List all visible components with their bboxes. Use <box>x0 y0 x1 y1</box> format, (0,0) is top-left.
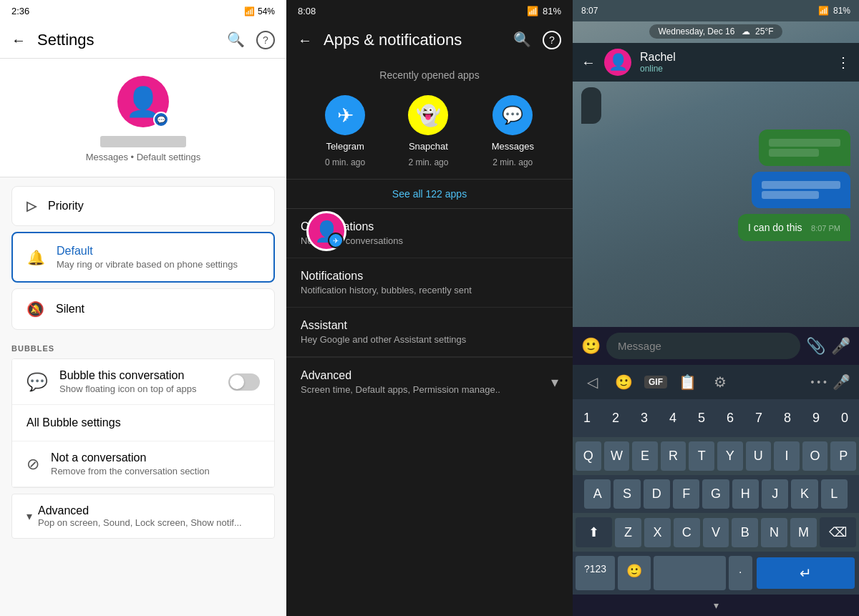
kb-back-btn[interactable]: ◁ <box>581 371 603 393</box>
key-5[interactable]: 5 <box>687 406 716 430</box>
shift-key[interactable]: ⬆ <box>576 517 612 547</box>
help-icon-2[interactable]: ? <box>543 31 561 49</box>
back-icon-1[interactable]: ← <box>11 32 26 49</box>
chat-bg: Wednesday, Dec 16 ☁ 25°F ← 👤 Rachel onli… <box>573 21 859 365</box>
key-0[interactable]: 0 <box>830 406 859 430</box>
profile-name-blur <box>100 136 186 147</box>
enter-key[interactable]: ↵ <box>757 557 855 589</box>
key-1[interactable]: 1 <box>573 406 601 430</box>
key-l[interactable]: L <box>821 479 848 509</box>
search-icon-2[interactable]: 🔍 <box>513 31 531 49</box>
key-x[interactable]: X <box>644 518 671 547</box>
chat-back-icon[interactable]: ← <box>581 54 596 71</box>
key-u[interactable]: U <box>746 441 772 471</box>
kb-emoji-btn[interactable]: 🙂 <box>609 371 639 393</box>
messages-time: 2 min. ago <box>492 157 533 167</box>
blur-5 <box>762 181 840 189</box>
period-key[interactable]: . <box>729 556 752 590</box>
messages-icon: 💬 <box>492 95 533 135</box>
key-9[interactable]: 9 <box>802 406 830 430</box>
key-6[interactable]: 6 <box>716 406 744 430</box>
backspace-key[interactable]: ⌫ <box>820 517 856 547</box>
key-z[interactable]: Z <box>615 518 641 547</box>
help-icon-1[interactable]: ? <box>256 31 275 49</box>
key-y[interactable]: Y <box>717 441 743 471</box>
key-7[interactable]: 7 <box>744 406 773 430</box>
key-i[interactable]: I <box>774 441 800 471</box>
all-bubble-settings-item[interactable]: All Bubble settings <box>12 405 274 441</box>
mic-icon[interactable]: 🎤 <box>831 337 850 356</box>
telegram-time: 0 min. ago <box>325 157 365 167</box>
key-s[interactable]: S <box>613 479 640 509</box>
bubble-conversation-item[interactable]: 💬 Bubble this conversation Show floating… <box>12 359 274 405</box>
blur-6 <box>762 191 819 199</box>
key-c[interactable]: C <box>674 518 700 547</box>
key-q[interactable]: Q <box>576 441 601 471</box>
key-j[interactable]: J <box>762 479 788 509</box>
toolbar-actions-1: 🔍 ? <box>227 31 275 49</box>
search-icon-1[interactable]: 🔍 <box>227 31 245 49</box>
see-all-apps-button[interactable]: See all 122 apps <box>286 179 573 209</box>
key-e[interactable]: E <box>632 441 658 471</box>
key-n[interactable]: N <box>761 518 787 547</box>
bubbles-section-label: BUBBLES <box>11 336 275 358</box>
kb-mic-btn[interactable]: 🎤 <box>833 373 850 391</box>
default-item[interactable]: 🔔 Default May ring or vibrate based on p… <box>11 232 275 283</box>
key-m[interactable]: M <box>790 518 817 547</box>
advanced-item[interactable]: ▾ Advanced Pop on screen, Sound, Lock sc… <box>11 494 275 539</box>
kb-settings-btn[interactable]: ⚙ <box>708 371 732 393</box>
bottom-emoji-key[interactable]: 🙂 <box>618 556 651 590</box>
key-t[interactable]: T <box>689 441 714 471</box>
key-2[interactable]: 2 <box>601 406 630 430</box>
time-2: 8:08 <box>298 6 316 16</box>
not-conversation-icon: ⊘ <box>26 455 39 474</box>
asdf-row: A S D F G H J K L <box>573 475 859 513</box>
keyboard-toolbar: ◁ 🙂 GIF 📋 ⚙ • • • 🎤 <box>573 365 859 399</box>
key-f[interactable]: F <box>673 479 699 509</box>
emoji-input-icon[interactable]: 🙂 <box>581 337 601 356</box>
not-conversation-item[interactable]: ⊘ Not a conversation Remove from the con… <box>12 441 274 487</box>
message-text: I can do this <box>748 222 802 233</box>
bubble-toggle[interactable] <box>228 373 260 391</box>
temperature: 25°F <box>755 26 773 36</box>
kb-clipboard-btn[interactable]: 📋 <box>673 371 702 393</box>
key-w[interactable]: W <box>604 441 630 471</box>
contact-avatar: 👤 <box>604 49 631 76</box>
settings-title: Settings <box>37 31 215 49</box>
priority-item[interactable]: ▷ Priority <box>11 186 275 226</box>
silent-item[interactable]: 🔕 Silent <box>11 288 275 330</box>
key-r[interactable]: R <box>661 441 686 471</box>
message-input[interactable]: Message <box>606 333 800 359</box>
key-o[interactable]: O <box>802 441 828 471</box>
key-v[interactable]: V <box>703 518 729 547</box>
spacebar-key[interactable] <box>654 556 726 590</box>
key-b[interactable]: B <box>732 518 758 547</box>
advanced-row-item[interactable]: Advanced Screen time, Default apps, Perm… <box>286 357 573 406</box>
kb-more-btn[interactable]: • • • <box>811 376 827 388</box>
back-icon-2[interactable]: ← <box>298 32 312 49</box>
key-d[interactable]: D <box>644 479 670 509</box>
key-a[interactable]: A <box>584 479 611 509</box>
key-h[interactable]: H <box>732 479 759 509</box>
key-8[interactable]: 8 <box>773 406 802 430</box>
assistant-subtitle: Hey Google and other Assistant settings <box>301 334 558 345</box>
attach-icon[interactable]: 📎 <box>806 337 825 356</box>
telegram-app-item[interactable]: ✈ Telegram 0 min. ago <box>325 95 365 167</box>
not-conversation-content: Not a conversation Remove from the conve… <box>51 451 210 476</box>
key-p[interactable]: P <box>830 441 856 471</box>
num-sym-key[interactable]: ?123 <box>576 556 615 590</box>
chat-menu-icon[interactable]: ⋮ <box>836 54 850 71</box>
gif-button[interactable]: GIF <box>644 376 667 388</box>
key-3[interactable]: 3 <box>630 406 659 430</box>
notifications-item[interactable]: Notifications Notification history, bubb… <box>286 258 573 308</box>
key-k[interactable]: K <box>791 479 817 509</box>
key-4[interactable]: 4 <box>659 406 687 430</box>
messages-app-item[interactable]: 💬 Messages 2 min. ago <box>492 95 534 167</box>
bubble-icon: 💬 <box>26 372 48 392</box>
bubble-conversation-subtitle: Show floating icon on top of apps <box>59 383 217 394</box>
assistant-item[interactable]: Assistant Hey Google and other Assistant… <box>286 308 573 357</box>
telegram-icon: ✈ <box>325 95 365 135</box>
time-3: 8:07 <box>581 6 598 16</box>
key-g[interactable]: G <box>702 479 729 509</box>
snapchat-app-item[interactable]: 👻 Snapchat 2 min. ago <box>408 95 448 167</box>
